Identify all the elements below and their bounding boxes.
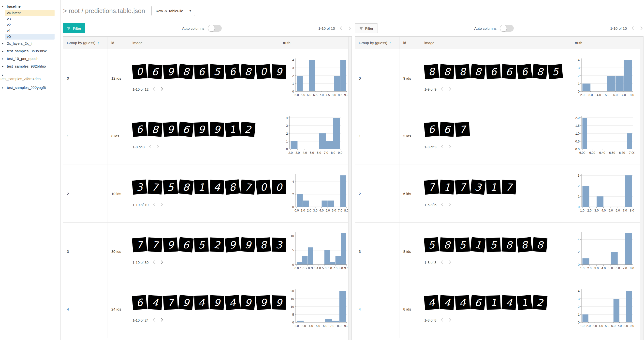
table-scrollbar[interactable]	[640, 37, 643, 340]
mnist-image[interactable]: 1	[517, 295, 532, 310]
mnist-image[interactable]: 7	[424, 180, 439, 195]
mnist-image[interactable]: 0	[256, 180, 271, 195]
mnist-image[interactable]: 8	[532, 64, 548, 79]
mnist-image[interactable]: 9	[272, 295, 286, 310]
mnist-image[interactable]: 6	[502, 64, 516, 79]
sidebar-item-test_samples_3h9o3dsk[interactable]: ▸test_samples_3h9o3dsk	[0, 47, 60, 55]
mnist-image[interactable]: 8	[178, 179, 194, 195]
mnist-image[interactable]: 1	[470, 237, 486, 253]
chevron-right-icon[interactable]	[448, 145, 452, 149]
version-item-v2[interactable]: v2	[5, 22, 54, 28]
mnist-image[interactable]: 6	[178, 237, 194, 253]
mnist-image[interactable]: 9	[256, 295, 271, 310]
sidebar-item-test_samples_222yogf6[interactable]: ▸test_samples_222yogf6	[0, 84, 60, 91]
chevron-right-icon[interactable]	[448, 260, 452, 265]
mnist-image[interactable]: 8	[502, 238, 516, 252]
mnist-image[interactable]: 8	[470, 64, 486, 79]
chevron-right-icon[interactable]	[160, 202, 164, 207]
mnist-image[interactable]: 1	[440, 180, 454, 195]
chevron-left-icon[interactable]	[440, 260, 444, 265]
chevron-left-icon[interactable]	[152, 318, 156, 323]
sort-asc-icon[interactable]: ↑	[389, 41, 391, 45]
chevron-left-icon[interactable]	[152, 260, 156, 265]
sidebar-item-baseline[interactable]: ▾baseline	[0, 2, 60, 10]
mnist-image[interactable]: 8	[424, 64, 439, 79]
version-item-v1[interactable]: v1	[5, 28, 54, 34]
mnist-image[interactable]: 6	[148, 64, 162, 79]
mnist-image[interactable]: 1	[486, 295, 501, 310]
mnist-image[interactable]: 1	[486, 180, 501, 194]
mnist-image[interactable]: 0	[272, 180, 286, 194]
mnist-image[interactable]: 5	[424, 237, 439, 253]
mnist-image[interactable]: 5	[548, 64, 563, 79]
chevron-right-icon[interactable]	[347, 26, 352, 30]
filter-button[interactable]: Filter	[355, 23, 378, 33]
mnist-image[interactable]: 9	[163, 64, 178, 79]
chevron-left-icon[interactable]	[152, 87, 156, 92]
mnist-image[interactable]: 4	[455, 295, 470, 310]
mnist-image[interactable]: 2	[240, 122, 256, 137]
mnist-image[interactable]: 1	[225, 122, 240, 137]
auto-columns-toggle[interactable]	[500, 25, 514, 32]
mnist-image[interactable]: 9	[194, 122, 209, 137]
mnist-image[interactable]: 9	[163, 122, 178, 137]
mnist-image[interactable]: 6	[132, 122, 147, 137]
chevron-right-icon[interactable]	[448, 202, 452, 207]
chevron-left-icon[interactable]	[339, 26, 344, 30]
mnist-image[interactable]: 7	[455, 180, 470, 195]
tree-collapsed-icon[interactable]: ▸	[2, 57, 7, 60]
mnist-image[interactable]: 6	[178, 122, 194, 137]
mnist-image[interactable]: 8	[178, 64, 194, 79]
sort-asc-icon[interactable]: ↑	[97, 41, 99, 45]
mnist-image[interactable]: 9	[178, 295, 194, 310]
tree-collapsed-icon[interactable]: ▸	[2, 65, 7, 68]
version-item-v4[interactable]: v4 latest	[5, 10, 54, 16]
version-item-v0[interactable]: v0	[5, 34, 54, 39]
filter-button[interactable]: Filter	[63, 23, 85, 33]
mnist-image[interactable]: 4	[502, 295, 516, 310]
column-header-image[interactable]: image	[126, 37, 280, 49]
mnist-image[interactable]: 9	[272, 64, 286, 79]
mnist-image[interactable]: 6	[470, 295, 486, 310]
chevron-right-icon[interactable]	[448, 318, 452, 323]
chevron-right-icon[interactable]	[160, 87, 164, 92]
auto-columns-toggle[interactable]	[208, 25, 222, 32]
mnist-image[interactable]: 7	[455, 122, 470, 137]
mnist-image[interactable]: 3	[272, 238, 286, 252]
chevron-left-icon[interactable]	[631, 26, 635, 30]
mnist-image[interactable]: 9	[163, 238, 178, 252]
column-header-group-by[interactable]: Group by (guess)↑	[63, 37, 108, 49]
mnist-image[interactable]: 6	[225, 64, 240, 79]
mnist-image[interactable]: 8	[256, 237, 271, 252]
mnist-image[interactable]: 6	[440, 122, 454, 137]
mnist-image[interactable]: 0	[256, 64, 271, 79]
mnist-image[interactable]: 8	[440, 237, 454, 252]
mnist-image[interactable]: 4	[194, 295, 209, 310]
sidebar-item-2x_layers_2x_lr[interactable]: ▸2x_layers_2x_lr	[0, 39, 60, 47]
mnist-image[interactable]: 5	[455, 238, 470, 252]
mnist-image[interactable]: 6	[486, 64, 501, 79]
tree-collapsed-icon[interactable]: ▸	[2, 86, 7, 89]
mnist-image[interactable]: 5	[163, 180, 178, 195]
chevron-left-icon[interactable]	[152, 202, 156, 207]
mnist-image[interactable]: 6	[132, 295, 147, 310]
mnist-image[interactable]: 6	[424, 122, 439, 137]
chevron-right-icon[interactable]	[156, 145, 160, 149]
mnist-image[interactable]: 9	[210, 295, 224, 310]
mnist-image[interactable]: 3	[132, 180, 147, 195]
chevron-left-icon[interactable]	[440, 202, 444, 207]
mnist-image[interactable]: 3	[470, 179, 486, 195]
chevron-right-icon[interactable]	[160, 318, 164, 323]
mnist-image[interactable]: 4	[440, 295, 454, 310]
column-header-image[interactable]: image	[418, 37, 572, 49]
mnist-image[interactable]: 7	[132, 237, 147, 253]
mnist-image[interactable]: 8	[440, 64, 454, 79]
tree-collapsed-icon[interactable]: ▸	[2, 42, 7, 45]
mnist-image[interactable]: 9	[210, 122, 224, 137]
chevron-right-icon[interactable]	[160, 260, 164, 265]
mnist-image[interactable]: 5	[210, 64, 224, 79]
mnist-image[interactable]: 7	[240, 180, 256, 195]
tree-collapsed-icon[interactable]: ▸	[2, 73, 7, 77]
mnist-image[interactable]: 1	[194, 180, 209, 194]
mnist-image[interactable]: 8	[225, 179, 240, 195]
